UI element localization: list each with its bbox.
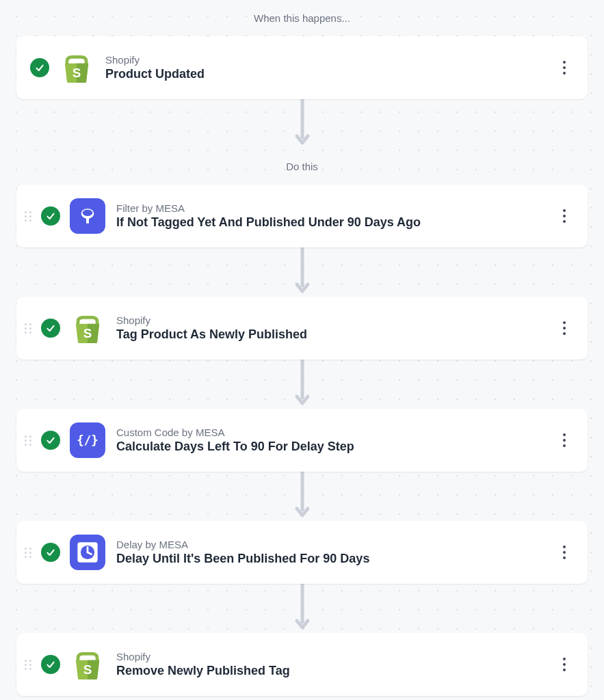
step-title: If Not Tagged Yet And Published Under 90… (116, 215, 555, 230)
step-text: Shopify Tag Product As Newly Published (116, 314, 555, 342)
checkmark-icon (41, 319, 60, 338)
more-menu-button[interactable] (555, 546, 574, 559)
drag-handle-icon[interactable] (25, 658, 34, 671)
flow-connector (16, 472, 588, 521)
drag-handle-icon[interactable] (25, 210, 34, 222)
drag-handle-icon[interactable] (25, 434, 34, 446)
action-section-label: Do this (16, 148, 588, 185)
workflow-step-delay[interactable]: Delay by MESA Delay Until It's Been Publ… (16, 521, 588, 584)
workflow-step-filter[interactable]: Filter by MESA If Not Tagged Yet And Pub… (16, 185, 588, 247)
workflow-step-trigger[interactable]: S Shopify Product Updated (16, 36, 588, 99)
step-subtitle: Shopify (105, 54, 555, 66)
workflow-step-shopify-tag[interactable]: S Shopify Tag Product As Newly Published (16, 297, 588, 360)
checkmark-icon (41, 206, 60, 226)
step-subtitle: Filter by MESA (116, 202, 555, 214)
step-subtitle: Custom Code by MESA (116, 427, 555, 438)
svg-text:S: S (83, 662, 92, 677)
step-subtitle: Shopify (116, 651, 555, 662)
step-text: Filter by MESA If Not Tagged Yet And Pub… (116, 202, 555, 230)
step-title: Delay Until It's Been Published For 90 D… (116, 552, 555, 566)
checkmark-icon (41, 543, 60, 562)
filter-icon (70, 198, 105, 234)
svg-text:S: S (83, 326, 92, 340)
step-text: Shopify Product Updated (105, 54, 555, 81)
step-title: Product Updated (105, 67, 555, 81)
step-text: Custom Code by MESA Calculate Days Left … (116, 427, 555, 454)
code-icon: {/} (70, 422, 105, 458)
step-title: Calculate Days Left To 90 For Delay Step (116, 440, 555, 454)
step-title: Tag Product As Newly Published (116, 327, 555, 342)
step-subtitle: Delay by MESA (116, 539, 555, 550)
more-menu-button[interactable] (555, 658, 574, 671)
flow-connector (16, 247, 588, 297)
checkmark-icon (30, 58, 49, 77)
more-menu-button[interactable] (555, 209, 574, 223)
shopify-icon: S (70, 647, 105, 682)
checkmark-icon (41, 655, 60, 674)
step-text: Delay by MESA Delay Until It's Been Publ… (116, 539, 555, 566)
trigger-section-label: When this happens... (16, 0, 588, 36)
more-menu-button[interactable] (555, 433, 574, 447)
step-text: Shopify Remove Newly Published Tag (116, 651, 555, 678)
svg-text:{/}: {/} (77, 433, 98, 447)
flow-connector (16, 360, 588, 409)
flow-connector (16, 99, 588, 148)
flow-connector (16, 584, 588, 633)
more-menu-button[interactable] (555, 61, 574, 75)
more-menu-button[interactable] (555, 321, 574, 335)
drag-handle-icon[interactable] (25, 322, 34, 334)
shopify-icon: S (70, 310, 105, 346)
step-subtitle: Shopify (116, 314, 555, 326)
workflow-step-custom-code[interactable]: {/} Custom Code by MESA Calculate Days L… (16, 409, 588, 472)
workflow-step-shopify-remove-tag[interactable]: S Shopify Remove Newly Published Tag (16, 633, 588, 696)
checkmark-icon (41, 431, 60, 450)
svg-text:S: S (73, 66, 81, 80)
svg-point-2 (83, 210, 93, 216)
clock-icon (70, 535, 105, 570)
drag-handle-icon[interactable] (25, 546, 34, 558)
shopify-icon: S (59, 50, 94, 85)
step-title: Remove Newly Published Tag (116, 664, 555, 678)
